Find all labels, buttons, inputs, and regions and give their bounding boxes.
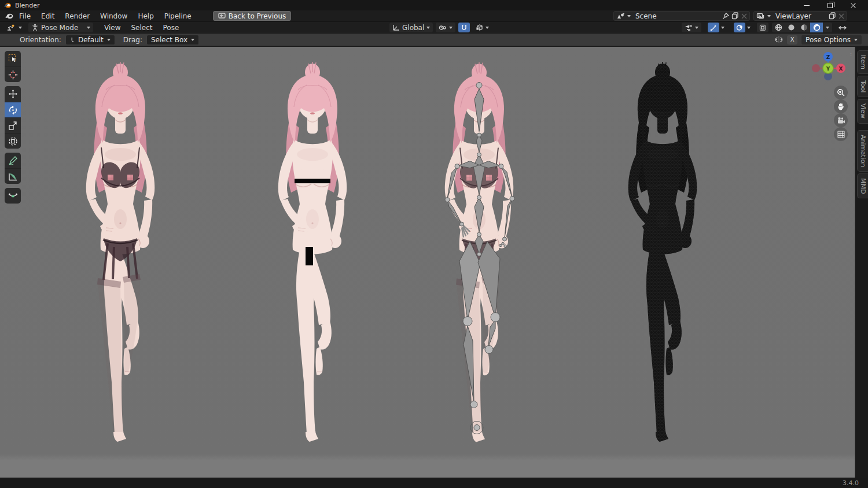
drag-value: Select Box	[151, 36, 187, 44]
scene-icon	[616, 13, 625, 20]
viewlayer-name[interactable]: ViewLayer	[773, 12, 826, 20]
shading-material-button[interactable]	[797, 23, 810, 32]
close-icon	[850, 2, 856, 9]
tool-select-box[interactable]	[5, 51, 21, 66]
xray-toggle-button[interactable]	[757, 23, 768, 32]
overlays-toggle[interactable]	[734, 23, 745, 32]
orientation-default-icon	[70, 36, 75, 43]
material-sphere-icon	[800, 24, 808, 31]
gizmos-caret	[721, 27, 724, 29]
gizmos-dropdown[interactable]	[705, 23, 727, 32]
pivot-point-button[interactable]	[436, 23, 455, 32]
overlays-dropdown[interactable]	[731, 23, 753, 32]
orientation-global-label: Global	[402, 24, 424, 32]
sidebar-collapse-handle[interactable]: :	[850, 51, 852, 57]
mirror-x-toggle[interactable]: X	[787, 35, 797, 45]
tab-mmd[interactable]: MMD	[857, 173, 868, 198]
tab-tool[interactable]: Tool	[857, 76, 868, 97]
orientation-dropdown[interactable]: Default	[65, 35, 115, 45]
view-axis-gizmo[interactable]: Z X Y	[811, 51, 845, 86]
object-visibility-dropdown[interactable]	[682, 23, 701, 32]
tool-cursor[interactable]	[5, 66, 21, 82]
back-to-previous-button[interactable]: Back to Previous	[213, 11, 292, 21]
select-menu[interactable]: Select	[126, 23, 157, 33]
title-bar: Blender	[0, 0, 868, 10]
transform-orientation-dropdown[interactable]: Global	[389, 23, 433, 32]
new-viewlayer-icon[interactable]	[829, 12, 836, 20]
tab-animation[interactable]: Animation	[857, 130, 868, 172]
tab-view[interactable]: View	[857, 99, 868, 123]
drag-dropdown[interactable]: Select Box	[146, 35, 199, 45]
mode-label: Pose Mode	[41, 24, 84, 32]
solid-sphere-icon	[788, 24, 795, 31]
zoom-button[interactable]	[834, 86, 848, 99]
viewport-header: Pose Mode View Select Pose Global	[0, 22, 868, 34]
filter-eye-icon	[685, 24, 693, 31]
mode-caret	[87, 27, 90, 29]
menu-pipeline[interactable]: Pipeline	[159, 11, 197, 21]
shading-options-caret[interactable]	[823, 27, 832, 29]
xray-icon	[759, 24, 766, 31]
minimize-button[interactable]	[795, 0, 818, 10]
close-button[interactable]	[841, 0, 865, 10]
gizmo-arrows-icon	[710, 24, 717, 31]
editor-type-button[interactable]	[3, 23, 25, 32]
3d-viewport[interactable]: Z X Y :	[0, 47, 868, 478]
menu-window[interactable]: Window	[95, 11, 133, 21]
tool-scale[interactable]	[5, 117, 21, 133]
axis-x-label: X	[839, 66, 843, 72]
snap-target-caret	[486, 27, 489, 29]
editor-type-icon	[6, 24, 16, 32]
maximize-icon	[827, 3, 833, 8]
pose-menu[interactable]: Pose	[158, 23, 185, 33]
menu-render[interactable]: Render	[60, 11, 95, 21]
unlink-scene-icon[interactable]	[741, 13, 747, 19]
maximize-button[interactable]	[818, 0, 841, 10]
model-character-censored[interactable]	[255, 55, 370, 448]
axis-z-label: Z	[826, 54, 830, 60]
snap-toggle-button[interactable]	[458, 23, 470, 32]
tool-transform[interactable]	[5, 133, 21, 149]
scene-selector[interactable]: Scene	[613, 11, 750, 21]
view-menu[interactable]: View	[99, 23, 126, 33]
tool-annotate[interactable]	[5, 153, 21, 168]
shading-rendered-button[interactable]	[810, 23, 823, 32]
shading-wireframe-button[interactable]	[772, 23, 785, 32]
new-scene-icon[interactable]	[731, 12, 739, 20]
camera-view-button[interactable]	[834, 113, 848, 127]
orientation-axes-icon	[392, 24, 400, 31]
pivot-point-icon	[439, 24, 447, 31]
scene-dropdown-caret	[627, 15, 631, 17]
ortho-toggle-button[interactable]	[834, 127, 848, 141]
tab-item[interactable]: Item	[857, 50, 868, 74]
gizmos-toggle[interactable]	[708, 23, 719, 32]
pose-options-dropdown[interactable]: Pose Options	[801, 35, 862, 45]
rendered-sphere-icon	[813, 24, 821, 31]
model-character-wireframe[interactable]	[602, 55, 723, 448]
menu-help[interactable]: Help	[133, 11, 159, 21]
pan-button[interactable]	[834, 99, 848, 113]
blender-app-menu-icon[interactable]	[5, 12, 14, 20]
drag-label: Drag:	[123, 36, 142, 44]
mirror-x-icon[interactable]	[774, 36, 784, 43]
pan-hand-icon	[837, 102, 845, 110]
pin-icon[interactable]	[722, 13, 729, 20]
camera-icon	[837, 117, 845, 124]
menu-file[interactable]: File	[14, 11, 36, 21]
header-resize-icon[interactable]	[838, 25, 847, 31]
tool-rotate[interactable]	[5, 102, 21, 117]
tool-pose-breakdowner[interactable]	[5, 188, 21, 204]
tool-move[interactable]	[5, 86, 21, 102]
shading-solid-button[interactable]	[785, 23, 797, 32]
model-character-lingerie[interactable]	[62, 55, 178, 448]
viewlayer-selector[interactable]: ViewLayer	[753, 11, 847, 21]
scene-name[interactable]: Scene	[633, 12, 720, 20]
mode-selector[interactable]: Pose Mode	[28, 23, 93, 32]
menu-edit[interactable]: Edit	[36, 11, 60, 21]
snap-target-button[interactable]	[473, 23, 492, 32]
tool-measure[interactable]	[5, 168, 21, 184]
axis-y-label: Y	[826, 66, 830, 72]
remove-viewlayer-icon[interactable]	[838, 13, 844, 19]
model-character-armature[interactable]	[421, 54, 537, 450]
axis-neg-x-ball	[812, 64, 820, 72]
